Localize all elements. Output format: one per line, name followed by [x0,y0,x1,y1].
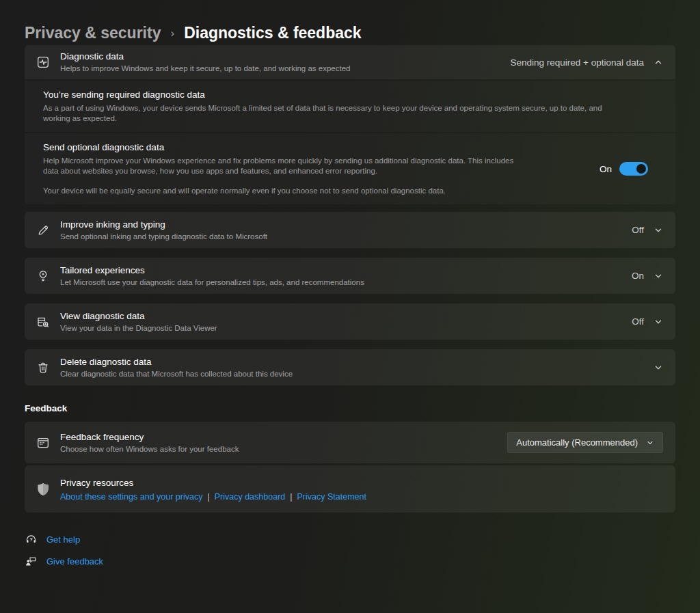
feedback-frequency-dropdown[interactable]: Automatically (Recommended) [507,432,663,453]
toggle-knob [636,164,646,174]
shield-icon [36,482,51,497]
dropdown-selected-value: Automatically (Recommended) [516,437,638,448]
feedback-frequency-title: Feedback frequency [60,431,239,443]
row-subtitle: Let Microsoft use your diagnostic data f… [60,277,364,288]
data-viewer-icon [36,314,51,329]
get-help-icon: ? [25,533,37,545]
required-data-title: You’re sending required diagnostic data [43,89,648,101]
row-title: Delete diagnostic data [60,356,293,368]
svg-text:?: ? [29,536,33,542]
diagnostic-data-value: Sending required + optional data [510,57,644,68]
link-privacy-dashboard[interactable]: Privacy dashboard [215,492,286,502]
diagnostic-data-subtitle: Helps to improve Windows and keep it sec… [60,64,350,74]
lightbulb-icon [36,269,51,284]
feedback-section-heading: Feedback [25,403,675,413]
improve-inking-typing-row[interactable]: Improve inking and typing Send optional … [25,212,675,248]
get-help-row[interactable]: ? Get help [25,533,675,545]
row-title: Improve inking and typing [60,219,267,230]
give-feedback-icon [25,555,37,567]
breadcrumb: Privacy & security › Diagnostics & feedb… [25,0,675,45]
feedback-frequency-subtitle: Choose how often Windows asks for your f… [60,444,239,454]
privacy-resources-card: Privacy resources About these settings a… [25,465,675,513]
view-diagnostic-data-row[interactable]: View diagnostic data View your data in t… [25,303,675,340]
give-feedback-row[interactable]: Give feedback [25,555,675,567]
chevron-down-icon[interactable] [654,363,663,372]
chevron-down-icon[interactable] [654,317,663,327]
settings-page: Privacy & security › Diagnostics & feedb… [0,0,700,613]
row-subtitle: View your data in the Diagnostic Data Vi… [60,323,217,333]
chevron-up-icon[interactable] [654,57,663,67]
row-value: Off [632,316,644,327]
required-data-desc: As a part of using Windows, your device … [43,103,631,124]
breadcrumb-parent[interactable]: Privacy & security [25,24,161,42]
link-separator: | [207,492,209,502]
feedback-frequency-row: Feedback frequency Choose how often Wind… [25,422,675,463]
optional-data-toggle-label: On [600,164,612,174]
pen-icon [36,223,51,238]
privacy-resources-title: Privacy resources [60,477,366,489]
chevron-down-icon[interactable] [654,271,663,281]
link-privacy-statement[interactable]: Privacy Statement [297,492,366,502]
row-value: On [632,271,644,281]
breadcrumb-separator-icon: › [170,25,174,40]
row-subtitle: Send optional inking and typing diagnost… [60,232,267,242]
row-title: View diagnostic data [60,310,217,322]
diagnostic-data-icon [36,55,51,70]
row-subtitle: Clear diagnostic data that Microsoft has… [60,369,293,379]
optional-data-title: Send optional diagnostic data [43,141,600,154]
page-title: Diagnostics & feedback [184,24,361,42]
feedback-frequency-icon [36,435,51,450]
optional-data-note: Your device will be equally secure and w… [43,186,522,196]
chevron-down-icon[interactable] [654,226,663,235]
link-about-settings[interactable]: About these settings and your privacy [60,492,202,502]
trash-icon [36,360,51,375]
row-title: Tailored experiences [60,264,364,276]
required-diagnostic-data-section: You’re sending required diagnostic data … [25,81,675,132]
tailored-experiences-row[interactable]: Tailored experiences Let Microsoft use y… [25,258,675,294]
footer-links: ? Get help Give feedback [25,533,675,567]
link-separator: | [290,492,292,502]
optional-data-desc: Help Microsoft improve your Windows expe… [43,156,522,176]
diagnostic-data-expander[interactable]: Diagnostic data Helps to improve Windows… [25,45,675,79]
row-value: Off [632,225,644,235]
get-help-link[interactable]: Get help [46,534,80,545]
give-feedback-link[interactable]: Give feedback [46,556,103,567]
optional-diagnostic-data-section: Send optional diagnostic data Help Micro… [25,133,675,204]
chevron-down-icon [646,439,654,447]
optional-data-toggle[interactable] [619,162,648,176]
delete-diagnostic-data-row[interactable]: Delete diagnostic data Clear diagnostic … [25,349,675,385]
diagnostic-data-title: Diagnostic data [60,51,350,62]
